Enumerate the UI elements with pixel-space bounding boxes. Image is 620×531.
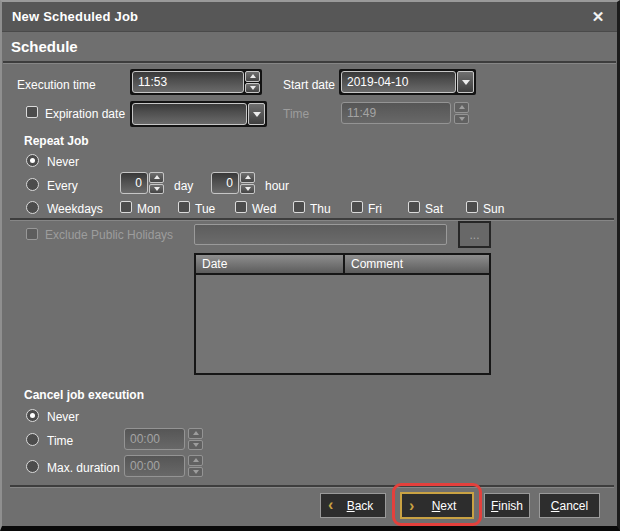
separator (10, 485, 614, 488)
weekday-tue-checkbox[interactable] (178, 201, 190, 213)
weekday-mon-checkbox[interactable] (120, 201, 132, 213)
weekday-sun-checkbox[interactable] (466, 201, 478, 213)
triangle-down-icon (459, 117, 465, 121)
finish-button[interactable]: Finish (484, 493, 530, 518)
wizard-step-title: Schedule (11, 38, 78, 55)
execution-time-spinner (245, 71, 260, 93)
chevron-left-icon: ‹ (328, 497, 333, 513)
start-date-input[interactable] (341, 71, 456, 93)
repeat-every-radio[interactable] (26, 178, 39, 191)
exclude-holidays-checkbox[interactable] (26, 228, 38, 240)
cancel-duration-label: Max. duration (47, 461, 120, 475)
cancel-never-radio[interactable] (26, 409, 39, 422)
triangle-up-icon (154, 175, 160, 179)
every-hour-input[interactable] (211, 172, 239, 194)
spin-down-button[interactable] (245, 83, 260, 94)
spin-up-button[interactable] (149, 172, 164, 183)
repeat-weekdays-radio[interactable] (26, 201, 39, 214)
execution-time-label: Execution time (17, 78, 96, 92)
close-button[interactable]: ✕ (587, 6, 609, 28)
close-icon: ✕ (592, 8, 605, 26)
triangle-up-icon (250, 74, 256, 78)
triangle-down-icon (250, 86, 256, 90)
weekday-thu-label: Thu (310, 202, 331, 216)
repeat-job-title: Repeat Job (24, 134, 89, 148)
weekday-sat-checkbox[interactable] (408, 201, 420, 213)
cancel-duration-radio[interactable] (26, 460, 39, 473)
every-hour-spinner (240, 172, 255, 194)
cancel-duration-spinner (188, 455, 203, 477)
expiration-date-input[interactable] (132, 103, 247, 125)
separator (3, 61, 616, 64)
cancel-time-label: Time (47, 434, 73, 448)
column-header-comment[interactable]: Comment (345, 255, 489, 273)
triangle-down-icon (462, 80, 470, 85)
weekday-wed-checkbox[interactable] (235, 201, 247, 213)
weekday-thu-checkbox[interactable] (293, 201, 305, 213)
every-day-input[interactable] (120, 172, 148, 194)
every-day-field-group (120, 172, 164, 194)
expiration-date-dropdown-button[interactable] (248, 103, 265, 125)
back-button[interactable]: ‹ Back (320, 493, 386, 518)
browse-button-label: ... (469, 228, 479, 242)
expiration-date-checkbox[interactable] (26, 106, 38, 118)
spin-up-button[interactable] (245, 71, 260, 82)
spin-down-button[interactable] (240, 184, 255, 195)
spin-up-button[interactable] (240, 172, 255, 183)
titlebar: New Scheduled Job ✕ (2, 2, 617, 32)
every-hour-field-group (211, 172, 255, 194)
holiday-table[interactable]: Date Comment (194, 253, 491, 375)
spin-down-button[interactable] (149, 184, 164, 195)
weekday-sat-label: Sat (425, 202, 443, 216)
start-date-dropdown-button[interactable] (457, 71, 474, 93)
weekday-fri-checkbox[interactable] (351, 201, 363, 213)
cancel-never-label: Never (47, 410, 79, 424)
triangle-up-icon (193, 458, 199, 462)
cancel-button[interactable]: Cancel (539, 493, 600, 518)
spin-down-button[interactable] (454, 114, 469, 125)
chevron-right-icon: › (409, 498, 414, 514)
time-spinner (454, 102, 469, 124)
spin-down-button[interactable] (188, 440, 203, 451)
column-header-date[interactable]: Date (196, 255, 345, 273)
execution-time-input[interactable] (132, 71, 244, 93)
hour-label: hour (265, 179, 289, 193)
time-input[interactable] (341, 102, 451, 124)
start-date-field-group (339, 69, 476, 95)
new-scheduled-job-dialog: New Scheduled Job ✕ Schedule Execution t… (0, 0, 620, 531)
cancel-duration-field-group (124, 455, 203, 477)
spin-up-button[interactable] (454, 102, 469, 113)
cancel-duration-input[interactable] (124, 455, 185, 477)
day-label: day (174, 179, 193, 193)
browse-holidays-button[interactable]: ... (458, 221, 491, 248)
cancel-time-field-group (124, 428, 203, 450)
time-label: Time (283, 107, 309, 121)
cancel-time-input[interactable] (124, 428, 185, 450)
repeat-never-label: Never (47, 155, 79, 169)
spin-down-button[interactable] (188, 467, 203, 478)
spin-up-button[interactable] (188, 428, 203, 439)
weekday-tue-label: Tue (195, 202, 215, 216)
repeat-never-radio[interactable] (26, 154, 39, 167)
spin-up-button[interactable] (188, 455, 203, 466)
separator (10, 218, 614, 221)
every-day-spinner (149, 172, 164, 194)
next-button[interactable]: › Next (400, 492, 474, 519)
expiration-date-field-group (130, 101, 267, 127)
cancel-time-radio[interactable] (26, 433, 39, 446)
exclude-holidays-label: Exclude Public Holidays (45, 228, 173, 242)
exclude-holidays-input[interactable] (194, 224, 447, 245)
weekday-wed-label: Wed (252, 202, 276, 216)
triangle-up-icon (245, 175, 251, 179)
weekday-mon-label: Mon (137, 202, 160, 216)
holiday-table-header: Date Comment (196, 255, 489, 275)
cancel-button-label: Cancel (551, 499, 588, 513)
triangle-down-icon (154, 187, 160, 191)
window-title: New Scheduled Job (12, 9, 138, 24)
triangle-down-icon (193, 443, 199, 447)
weekday-fri-label: Fri (368, 202, 382, 216)
finish-button-label: Finish (491, 499, 523, 513)
time-field-group (341, 102, 469, 124)
cancel-time-spinner (188, 428, 203, 450)
weekday-sun-label: Sun (483, 202, 504, 216)
